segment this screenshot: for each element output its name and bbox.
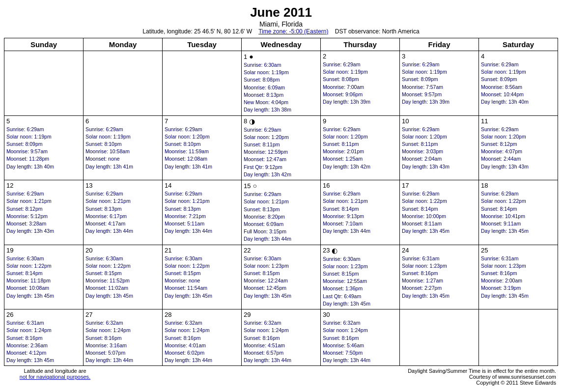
timezone-link[interactable]: Time zone: -5:00 (Eastern) [258, 28, 328, 35]
day-info: Sunrise: 6:29amSolar noon: 1:20pmSunset:… [244, 126, 318, 179]
day-info-line: Sunset: 8:11pm [244, 141, 318, 148]
page-wrapper: June 2011 Miami, Florida Latitude, longi… [0, 0, 562, 390]
day-info-line: Sunrise: 6:30am [6, 255, 81, 262]
day-info-line: Sunset: 8:15pm [165, 270, 239, 277]
day-info: Sunrise: 6:29amSolar noon: 1:20pmSunset:… [323, 126, 397, 170]
day-number: 12 [6, 182, 81, 189]
day-info-line: Moonrise: 2:01pm [323, 148, 397, 155]
day-info-line: Solar noon: 1:24pm [323, 327, 397, 334]
footer-left-line1: Latitude and longitude are [24, 368, 86, 374]
day-info-line: Solar noon: 1:19pm [85, 133, 160, 140]
day-number: 3 [402, 53, 477, 60]
day-info-line: Sunset: 8:15pm [244, 270, 318, 277]
day-number: 4 [481, 53, 556, 60]
day-info-line: Day length: 13h 45m [402, 292, 477, 300]
day-info-line: Day length: 13h 44m [244, 235, 318, 243]
day-number: 29 [244, 311, 318, 318]
day-info-line: Day length: 13h 43m [402, 163, 477, 170]
day-info: Sunrise: 6:32amSolar noon: 1:24pmSunset:… [85, 319, 160, 364]
day-info-line: Solar noon: 1:24pm [165, 327, 239, 334]
day-info-line: Moonrise: 12:59pm [244, 148, 318, 156]
day-info-line: Sunrise: 6:29am [402, 126, 477, 133]
day-cell: 6Sunrise: 6:29amSolar noon: 1:19pmSunset… [84, 115, 163, 180]
day-info-line: Moonset: 11:02am [85, 284, 160, 292]
column-header-monday: Monday [84, 38, 163, 51]
day-info-line: Solar noon: 1:20pm [481, 133, 556, 140]
day-info-line: Day length: 13h 42m [323, 163, 397, 170]
day-cell [400, 309, 479, 366]
day-info-line: Solar noon: 1:23pm [323, 263, 397, 270]
day-info-line: Day length: 13h 45m [165, 292, 239, 300]
day-cell: 8◑Sunrise: 6:29amSolar noon: 1:20pmSunse… [242, 115, 321, 180]
day-number: 2 [323, 53, 397, 60]
day-info-line: Day length: 13h 45m [481, 227, 556, 235]
day-info-line: Sunrise: 6:29am [85, 126, 160, 133]
day-info-line: Moonset: 3:19pm [481, 284, 556, 292]
day-info-line: Day length: 13h 39m [402, 98, 477, 106]
day-info-line: Sunrise: 6:30am [85, 255, 160, 262]
day-info: Sunrise: 6:29amSolar noon: 1:19pmSunset:… [402, 61, 477, 106]
day-info: Sunrise: 6:30amSolar noon: 1:23pmSunset:… [244, 255, 318, 300]
footer-nav-link[interactable]: not for navigational purposes. [20, 374, 90, 380]
day-cell: 16Sunrise: 6:29amSolar noon: 1:21pmSunse… [321, 180, 400, 245]
day-info-line: Solar noon: 1:21pm [6, 197, 81, 205]
day-info-line: Sunrise: 6:29am [85, 190, 160, 197]
day-number: 13 [85, 182, 160, 189]
day-info-line: Sunset: 8:10pm [85, 140, 160, 148]
day-info-line: Sunrise: 6:29am [6, 190, 81, 197]
day-number: 16 [323, 182, 397, 189]
day-info-line: Moonrise: 4:51am [244, 342, 318, 349]
day-info-line: Last Qtr: 6:49am [323, 293, 397, 300]
day-info-line: Sunrise: 6:29am [323, 126, 397, 133]
day-cell: 7Sunrise: 6:29amSolar noon: 1:20pmSunset… [163, 115, 242, 180]
day-info: Sunrise: 6:31amSolar noon: 1:23pmSunset:… [402, 255, 477, 300]
day-info-line: Sunset: 8:15pm [323, 270, 397, 278]
day-cell: 9Sunrise: 6:29amSolar noon: 1:20pmSunset… [321, 115, 400, 180]
day-info-line: New Moon: 4:04pm [244, 99, 318, 106]
day-info-line: Sunset: 8:09pm [6, 140, 81, 148]
day-info-line: Sunrise: 6:29am [323, 61, 397, 68]
day-info-line: Sunrise: 6:29am [481, 126, 556, 133]
day-info-line: Solar noon: 1:20pm [323, 133, 397, 140]
column-header-tuesday: Tuesday [163, 38, 242, 51]
day-cell: 11Sunrise: 6:29amSolar noon: 1:20pmSunse… [479, 115, 558, 180]
day-info: Sunrise: 6:29amSolar noon: 1:19pmSunset:… [323, 61, 397, 106]
day-info-line: Moonrise: 11:59am [165, 148, 239, 155]
day-info-line: Solar noon: 1:22pm [165, 262, 239, 270]
day-info-line: Sunset: 8:12pm [6, 205, 81, 213]
day-info-line: Day length: 13h 38m [244, 106, 318, 113]
page-title: June 2011 [4, 5, 558, 20]
day-info-line: Sunrise: 6:30am [244, 61, 318, 69]
day-cell: 13Sunrise: 6:29amSolar noon: 1:21pmSunse… [84, 180, 163, 245]
day-info-line: Sunrise: 6:30am [244, 255, 318, 262]
footer-courtesy: Courtesy of www.sunrisesunset.com [469, 374, 556, 380]
day-info-line: Moonrise: 9:13pm [323, 213, 397, 220]
day-info-line: Day length: 13h 44m [165, 227, 239, 235]
day-cell: 24Sunrise: 6:31amSolar noon: 1:23pmSunse… [400, 245, 479, 309]
day-number: 30 [323, 311, 397, 318]
day-info-line: Sunrise: 6:29am [402, 61, 477, 68]
column-header-wednesday: Wednesday [242, 38, 321, 51]
day-info-line: Moonrise: 9:57am [6, 148, 81, 155]
day-number: 21 [165, 247, 239, 254]
day-cell: 27Sunrise: 6:32amSolar noon: 1:24pmSunse… [84, 309, 163, 366]
day-info-line: Moonset: 6:09am [244, 221, 318, 228]
day-cell: 18Sunrise: 6:29amSolar noon: 1:22pmSunse… [479, 180, 558, 245]
day-info-line: Moonset: 6:02pm [165, 349, 239, 357]
day-cell: 1●Sunrise: 6:30amSolar noon: 1:19pmSunse… [242, 51, 321, 116]
day-info-line: Day length: 13h 44m [323, 357, 397, 364]
day-info-line: Day length: 13h 44m [85, 357, 160, 364]
footer-left: Latitude and longitude are not for navig… [6, 368, 104, 386]
day-info-line: Sunset: 8:08pm [244, 76, 318, 84]
day-info-line: Moonset: 2:04am [402, 155, 477, 163]
day-info: Sunrise: 6:29amSolar noon: 1:21pmSunset:… [165, 190, 239, 235]
day-info-line: Solar noon: 1:19pm [402, 68, 477, 76]
day-info-line: Moonset: 5:07pm [85, 349, 160, 357]
day-info-line: Moonset: 12:45pm [244, 284, 318, 292]
day-info-line: Solar noon: 1:21pm [323, 197, 397, 205]
day-info-line: Solar noon: 1:21pm [244, 198, 318, 205]
day-number: 14 [165, 182, 239, 189]
day-info-line: Moonrise: 7:21pm [165, 213, 239, 220]
day-info-line: Moonrise: 6:09am [244, 84, 318, 91]
day-number: 1● [244, 53, 318, 60]
